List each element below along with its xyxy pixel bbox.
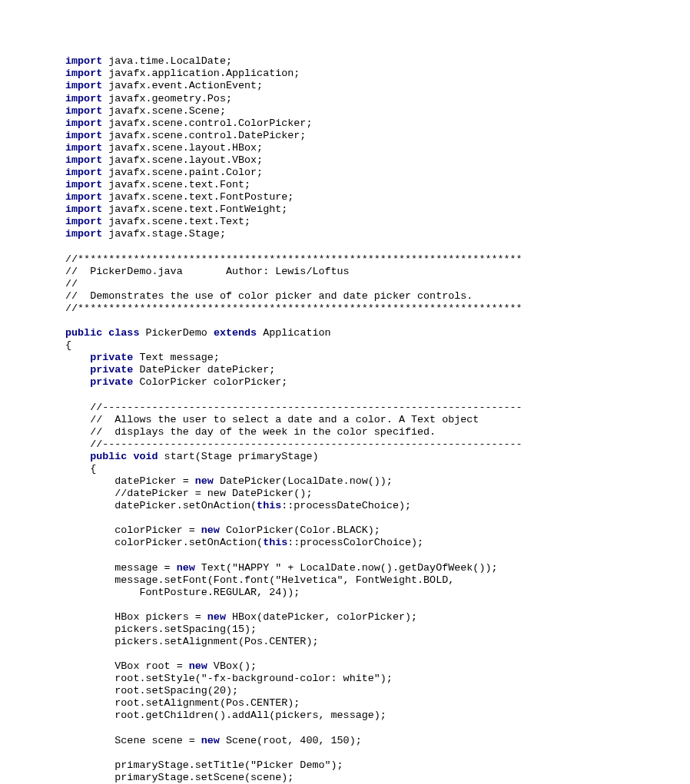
keyword-token: import bbox=[65, 80, 102, 91]
keyword-token: import bbox=[65, 216, 102, 227]
code-line: Scene scene = new Scene(root, 400, 150); bbox=[65, 735, 362, 746]
code-line: primaryStage.setTitle("Picker Demo"); bbox=[65, 759, 343, 771]
keyword-token: import bbox=[65, 179, 102, 190]
code-token: // Allows the user to select a date and … bbox=[65, 414, 479, 425]
keyword-token: new bbox=[177, 562, 195, 574]
code-token: Scene(root, 400, 150); bbox=[220, 735, 362, 746]
code-line: //--------------------------------------… bbox=[65, 402, 522, 413]
code-token: //--------------------------------------… bbox=[65, 402, 522, 413]
keyword-token: new bbox=[201, 735, 220, 746]
keyword-token: private bbox=[90, 364, 133, 375]
code-line: import javafx.scene.control.ColorPicker; bbox=[65, 117, 312, 129]
code-token: Application bbox=[257, 327, 330, 339]
code-token: root.setStyle("-fx-background-color: whi… bbox=[65, 673, 393, 684]
code-token: DatePicker datePicker; bbox=[133, 364, 275, 375]
code-line: import javafx.scene.text.Text; bbox=[65, 216, 250, 227]
code-token: //--------------------------------------… bbox=[65, 438, 522, 450]
code-token: ColorPicker colorPicker; bbox=[133, 376, 287, 388]
keyword-token: void bbox=[133, 451, 158, 462]
code-line: root.setStyle("-fx-background-color: whi… bbox=[65, 673, 393, 684]
code-token bbox=[65, 376, 90, 388]
keyword-token: import bbox=[65, 68, 102, 79]
code-token: javafx.scene.text.FontWeight; bbox=[102, 203, 287, 215]
keyword-token: import bbox=[65, 167, 102, 178]
code-token: javafx.scene.control.ColorPicker; bbox=[102, 117, 312, 129]
code-line: import javafx.scene.text.Font; bbox=[65, 179, 250, 190]
code-line: { bbox=[65, 463, 96, 475]
keyword-token: import bbox=[65, 142, 102, 154]
code-token: javafx.scene.paint.Color; bbox=[102, 167, 263, 178]
code-line: //datePicker = new DatePicker(); bbox=[65, 488, 312, 499]
code-token: javafx.geometry.Pos; bbox=[102, 93, 232, 104]
code-token: { bbox=[65, 463, 96, 475]
keyword-token: public bbox=[90, 451, 127, 462]
code-token: javafx.stage.Stage; bbox=[102, 228, 226, 240]
keyword-token: import bbox=[65, 203, 102, 215]
code-line: // Demonstrates the use of color picker … bbox=[65, 290, 473, 302]
code-line: import javafx.scene.layout.VBox; bbox=[65, 154, 263, 166]
code-line: VBox root = new VBox(); bbox=[65, 660, 257, 672]
code-token: HBox(datePicker, colorPicker); bbox=[226, 611, 417, 623]
code-token bbox=[65, 451, 90, 462]
code-token: { bbox=[65, 339, 71, 351]
code-token: // bbox=[65, 278, 78, 289]
code-line: import javafx.geometry.Pos; bbox=[65, 93, 232, 104]
code-token: Text("HAPPY " + LocalDate.now().getDayOf… bbox=[195, 562, 498, 574]
code-line: import javafx.application.Application; bbox=[65, 68, 300, 79]
code-token: VBox(); bbox=[207, 660, 257, 672]
code-token: root.getChildren().addAll(pickers, messa… bbox=[65, 710, 386, 721]
code-line: primaryStage.setScene(scene); bbox=[65, 772, 294, 783]
code-line: import javafx.scene.paint.Color; bbox=[65, 167, 263, 178]
code-line: import javafx.scene.text.FontPosture; bbox=[65, 191, 294, 203]
code-token: datePicker = bbox=[65, 475, 195, 487]
keyword-token: import bbox=[65, 55, 102, 67]
code-line: colorPicker.setOnAction(this::processCol… bbox=[65, 537, 423, 548]
code-token: javafx.scene.text.Text; bbox=[102, 216, 250, 227]
code-token: javafx.scene.text.FontPosture; bbox=[102, 191, 294, 203]
code-line: colorPicker = new ColorPicker(Color.BLAC… bbox=[65, 524, 380, 536]
keyword-token: new bbox=[207, 611, 226, 623]
code-line: // PickerDemo.java Author: Lewis/Loftus bbox=[65, 266, 350, 277]
keyword-token: new bbox=[201, 524, 220, 536]
keyword-token: this bbox=[257, 500, 281, 511]
code-token: pickers.setAlignment(Pos.CENTER); bbox=[65, 636, 318, 647]
code-token: ColorPicker(Color.BLACK); bbox=[220, 524, 380, 536]
code-line: // bbox=[65, 278, 78, 289]
keyword-token: public bbox=[65, 327, 102, 339]
keyword-token: import bbox=[65, 154, 102, 166]
code-line: import javafx.scene.control.DatePicker; bbox=[65, 130, 306, 141]
code-token: java.time.LocalDate; bbox=[102, 55, 232, 67]
code-token: Scene scene = bbox=[65, 735, 201, 746]
code-token: javafx.scene.layout.VBox; bbox=[102, 154, 263, 166]
code-line: // displays the day of the week in the c… bbox=[65, 426, 436, 438]
keyword-token: private bbox=[90, 352, 133, 363]
code-line: message = new Text("HAPPY " + LocalDate.… bbox=[65, 562, 498, 574]
code-token: start(Stage primaryStage) bbox=[158, 451, 319, 462]
keyword-token: new bbox=[195, 475, 214, 487]
code-token: javafx.application.Application; bbox=[102, 68, 300, 79]
code-token: pickers.setSpacing(15); bbox=[65, 624, 257, 635]
code-line: //--------------------------------------… bbox=[65, 438, 522, 450]
code-token: ::processColorChoice); bbox=[287, 537, 423, 548]
code-line: pickers.setSpacing(15); bbox=[65, 624, 257, 635]
code-token: DatePicker(LocalDate.now()); bbox=[214, 475, 393, 487]
code-line: root.setSpacing(20); bbox=[65, 685, 238, 696]
code-line: import java.time.LocalDate; bbox=[65, 55, 232, 67]
keyword-token: this bbox=[263, 537, 287, 548]
code-token: primaryStage.setTitle("Picker Demo"); bbox=[65, 759, 343, 771]
code-token: // Demonstrates the use of color picker … bbox=[65, 290, 473, 302]
code-token bbox=[65, 352, 90, 363]
code-token: // PickerDemo.java Author: Lewis/Loftus bbox=[65, 266, 350, 277]
code-line: private Text message; bbox=[65, 352, 220, 363]
code-block: import java.time.LocalDate; import javaf… bbox=[65, 55, 690, 784]
code-token: javafx.scene.text.Font; bbox=[102, 179, 250, 190]
keyword-token: extends bbox=[214, 327, 257, 339]
keyword-token: import bbox=[65, 93, 102, 104]
code-token: FontPosture.REGULAR, 24)); bbox=[65, 587, 300, 598]
keyword-token: class bbox=[108, 327, 139, 339]
code-line: private DatePicker datePicker; bbox=[65, 364, 275, 375]
code-token: // displays the day of the week in the c… bbox=[65, 426, 436, 438]
code-token: datePicker.setOnAction( bbox=[65, 500, 257, 511]
code-line: public class PickerDemo extends Applicat… bbox=[65, 327, 331, 339]
keyword-token: import bbox=[65, 228, 102, 240]
